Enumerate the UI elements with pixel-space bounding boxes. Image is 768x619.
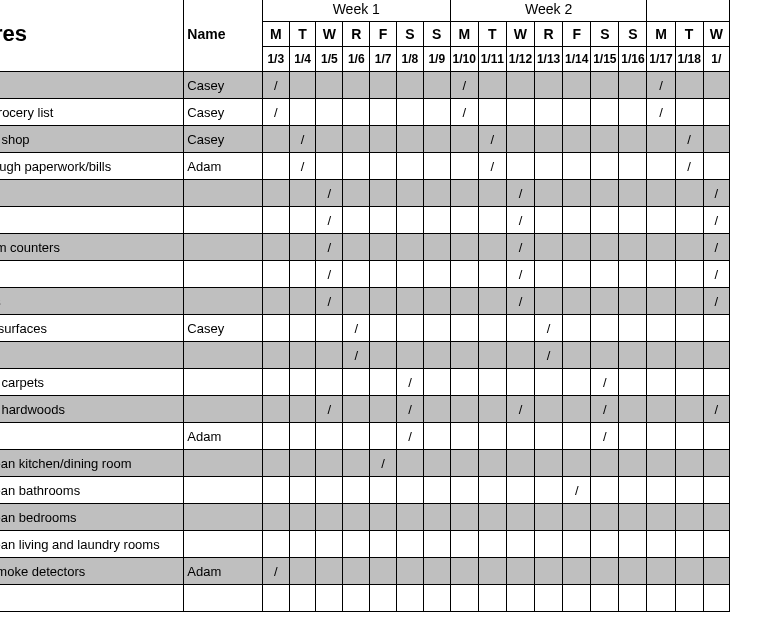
schedule-cell[interactable] [262,234,289,261]
schedule-cell[interactable] [423,477,450,504]
schedule-cell[interactable] [535,585,563,612]
schedule-cell[interactable] [591,531,619,558]
schedule-cell[interactable] [450,558,478,585]
schedule-cell[interactable] [703,504,729,531]
schedule-cell[interactable] [370,315,397,342]
schedule-cell[interactable]: / [316,207,343,234]
schedule-cell[interactable] [535,126,563,153]
schedule-cell[interactable] [563,558,591,585]
schedule-cell[interactable] [478,342,506,369]
schedule-cell[interactable]: / [535,315,563,342]
schedule-cell[interactable] [289,585,316,612]
schedule-cell[interactable] [591,477,619,504]
schedule-cell[interactable] [423,261,450,288]
schedule-cell[interactable] [563,315,591,342]
schedule-cell[interactable] [478,450,506,477]
schedule-cell[interactable] [289,261,316,288]
schedule-cell[interactable] [591,207,619,234]
schedule-cell[interactable] [397,99,424,126]
schedule-cell[interactable] [370,126,397,153]
schedule-cell[interactable] [535,531,563,558]
schedule-cell[interactable] [535,558,563,585]
schedule-cell[interactable] [478,288,506,315]
schedule-cell[interactable]: / [675,153,703,180]
schedule-cell[interactable] [423,153,450,180]
schedule-cell[interactable] [450,315,478,342]
schedule-cell[interactable] [675,288,703,315]
schedule-cell[interactable] [675,72,703,99]
schedule-cell[interactable] [316,531,343,558]
schedule-cell[interactable] [535,369,563,396]
schedule-cell[interactable] [703,369,729,396]
schedule-cell[interactable] [647,477,675,504]
schedule-cell[interactable]: / [397,423,424,450]
schedule-cell[interactable] [563,531,591,558]
schedule-cell[interactable] [450,180,478,207]
schedule-cell[interactable] [647,558,675,585]
schedule-cell[interactable] [397,261,424,288]
schedule-cell[interactable] [316,504,343,531]
schedule-cell[interactable] [675,396,703,423]
schedule-cell[interactable] [675,99,703,126]
schedule-cell[interactable] [343,531,370,558]
schedule-cell[interactable] [647,342,675,369]
schedule-cell[interactable] [289,504,316,531]
schedule-cell[interactable] [397,450,424,477]
schedule-cell[interactable] [343,288,370,315]
schedule-cell[interactable] [619,315,647,342]
schedule-cell[interactable] [397,477,424,504]
schedule-cell[interactable] [423,234,450,261]
schedule-cell[interactable] [591,504,619,531]
schedule-cell[interactable] [289,450,316,477]
schedule-cell[interactable] [343,234,370,261]
schedule-cell[interactable] [563,423,591,450]
schedule-cell[interactable] [450,396,478,423]
schedule-cell[interactable] [370,558,397,585]
schedule-cell[interactable] [647,531,675,558]
schedule-cell[interactable] [563,504,591,531]
schedule-cell[interactable] [262,180,289,207]
schedule-cell[interactable] [675,369,703,396]
schedule-cell[interactable] [563,180,591,207]
schedule-cell[interactable] [619,72,647,99]
schedule-cell[interactable] [450,477,478,504]
schedule-cell[interactable] [370,180,397,207]
schedule-cell[interactable] [591,180,619,207]
schedule-cell[interactable] [370,585,397,612]
schedule-cell[interactable] [289,315,316,342]
schedule-cell[interactable] [535,207,563,234]
schedule-cell[interactable] [316,72,343,99]
schedule-cell[interactable] [262,261,289,288]
schedule-cell[interactable] [397,153,424,180]
schedule-cell[interactable] [535,72,563,99]
schedule-cell[interactable] [619,369,647,396]
schedule-cell[interactable] [506,99,534,126]
schedule-cell[interactable] [370,207,397,234]
schedule-cell[interactable] [647,450,675,477]
schedule-cell[interactable]: / [506,396,534,423]
schedule-cell[interactable] [675,342,703,369]
schedule-cell[interactable]: / [343,342,370,369]
schedule-cell[interactable] [675,531,703,558]
schedule-cell[interactable]: / [289,126,316,153]
schedule-cell[interactable] [262,396,289,423]
schedule-cell[interactable] [343,72,370,99]
schedule-cell[interactable] [397,288,424,315]
schedule-cell[interactable] [591,99,619,126]
schedule-cell[interactable] [450,342,478,369]
schedule-cell[interactable] [423,72,450,99]
schedule-cell[interactable] [478,99,506,126]
schedule-cell[interactable] [478,234,506,261]
schedule-cell[interactable]: / [262,558,289,585]
schedule-cell[interactable] [619,342,647,369]
schedule-cell[interactable] [316,423,343,450]
schedule-cell[interactable]: / [675,126,703,153]
schedule-cell[interactable] [506,315,534,342]
schedule-cell[interactable]: / [478,153,506,180]
schedule-cell[interactable] [289,180,316,207]
schedule-cell[interactable] [675,207,703,234]
schedule-cell[interactable] [506,450,534,477]
schedule-cell[interactable] [563,234,591,261]
schedule-cell[interactable] [450,153,478,180]
schedule-cell[interactable] [619,585,647,612]
